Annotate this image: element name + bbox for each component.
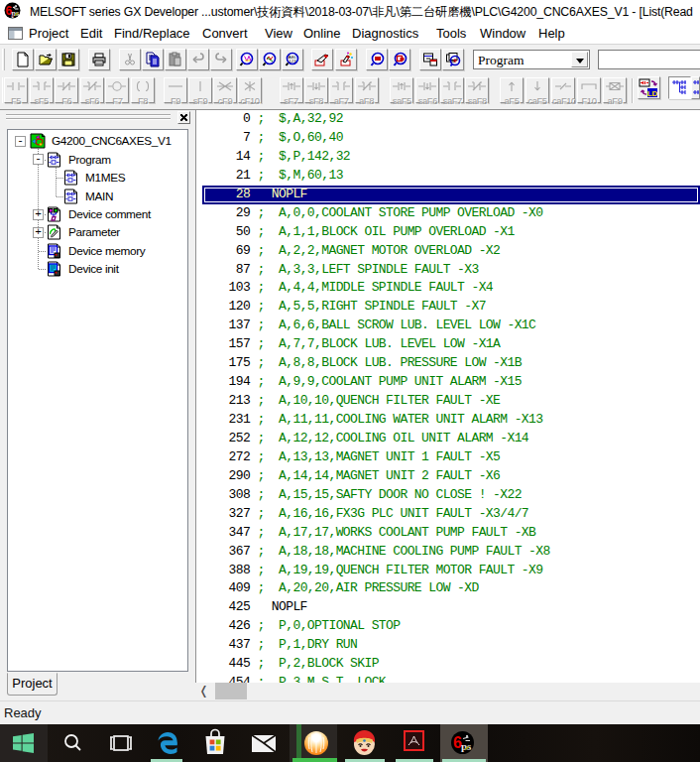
svg-text:LD: LD	[647, 89, 658, 98]
svg-text:ps: ps	[461, 740, 472, 752]
svg-text:123: 123	[289, 59, 296, 64]
